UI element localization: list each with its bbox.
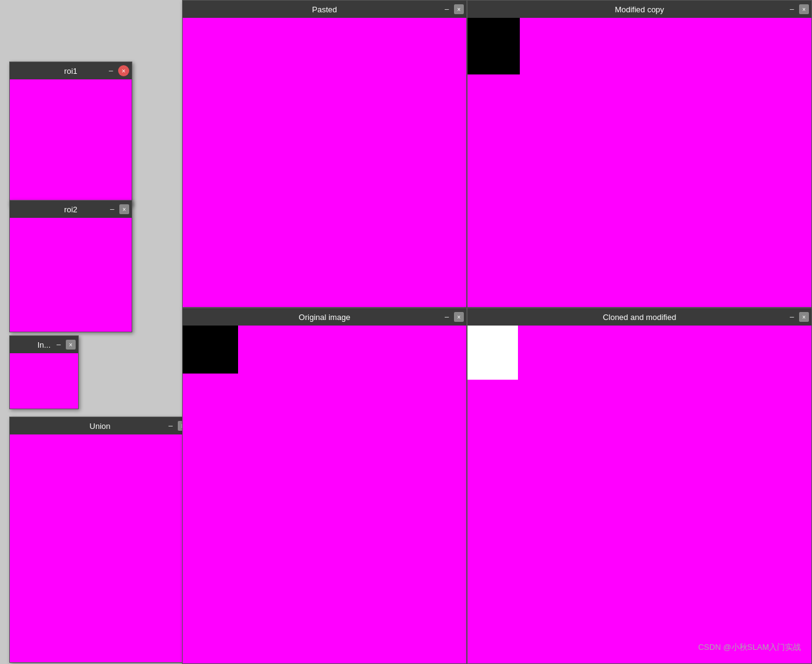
roi2-minimize-button[interactable]: − <box>107 204 117 214</box>
pasted-titlebar: Pasted − × <box>183 1 466 18</box>
watermark: CSDN @小秋SLAM入门实战 <box>698 642 801 653</box>
pasted-minimize-button[interactable]: − <box>442 4 452 14</box>
roi1-close-button[interactable]: × <box>118 65 129 76</box>
union-titlebar: Union − × <box>10 417 190 434</box>
black-rectangle-original <box>183 326 238 374</box>
original-image-close-button[interactable]: × <box>454 312 464 322</box>
cloned-modified-titlebar: Cloned and modified − × <box>468 308 811 326</box>
roi2-controls: − × <box>107 204 129 214</box>
black-rectangle-modified <box>468 18 520 74</box>
roi2-content <box>10 218 132 332</box>
inwin-minimize-button[interactable]: − <box>54 340 63 350</box>
roi2-window[interactable]: roi2 − × <box>9 200 132 332</box>
original-image-controls: − × <box>442 312 464 322</box>
roi1-content <box>10 79 132 206</box>
white-rectangle-cloned <box>468 326 518 380</box>
roi1-titlebar: roi1 − × <box>10 62 132 79</box>
roi1-window[interactable]: roi1 − × <box>9 62 132 206</box>
original-image-window[interactable]: Original image − × <box>182 308 467 664</box>
original-image-content <box>183 326 466 663</box>
inwin-close-button[interactable]: × <box>66 340 76 350</box>
pasted-controls: − × <box>442 4 464 14</box>
cloned-modified-window[interactable]: Cloned and modified − × <box>467 308 812 664</box>
roi1-minimize-button[interactable]: − <box>106 66 116 76</box>
modified-copy-window[interactable]: Modified copy − × <box>467 0 812 308</box>
modified-copy-minimize-button[interactable]: − <box>787 4 797 14</box>
modified-copy-title: Modified copy <box>468 5 811 14</box>
roi1-controls: − × <box>106 65 129 76</box>
inwin-content <box>10 353 78 409</box>
cloned-modified-title: Cloned and modified <box>468 313 811 322</box>
modified-copy-titlebar: Modified copy − × <box>468 1 811 18</box>
cloned-modified-close-button[interactable]: × <box>799 312 809 322</box>
pasted-title: Pasted <box>183 5 466 14</box>
union-window[interactable]: Union − × <box>9 417 191 663</box>
roi2-close-button[interactable]: × <box>119 204 129 214</box>
modified-copy-content <box>468 18 811 307</box>
inwin-controls: − × <box>54 340 76 350</box>
inwin-window[interactable]: In... − × <box>9 335 79 409</box>
union-title: Union <box>10 422 190 431</box>
original-image-title: Original image <box>183 313 466 322</box>
roi2-titlebar: roi2 − × <box>10 201 132 218</box>
pasted-close-button[interactable]: × <box>454 4 464 14</box>
cloned-modified-minimize-button[interactable]: − <box>787 312 797 322</box>
pasted-window[interactable]: Pasted − × <box>182 0 467 308</box>
cloned-modified-controls: − × <box>787 312 809 322</box>
original-image-minimize-button[interactable]: − <box>442 312 452 322</box>
union-content <box>10 434 190 662</box>
pasted-content <box>183 18 466 307</box>
original-image-titlebar: Original image − × <box>183 308 466 326</box>
union-minimize-button[interactable]: − <box>165 421 175 431</box>
modified-copy-controls: − × <box>787 4 809 14</box>
inwin-titlebar: In... − × <box>10 336 78 353</box>
cloned-modified-content <box>468 326 811 663</box>
modified-copy-close-button[interactable]: × <box>799 4 809 14</box>
